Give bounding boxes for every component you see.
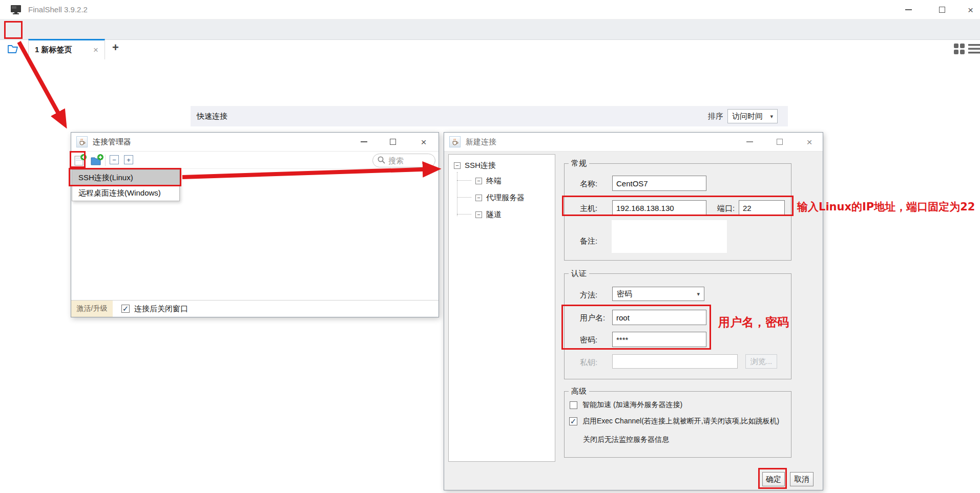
nc-close-button[interactable]: × bbox=[798, 133, 821, 151]
exec-channel-note: 关闭后无法监控服务器信息 bbox=[583, 435, 669, 444]
new-connection-icon[interactable] bbox=[74, 154, 87, 168]
port-label: 端口: bbox=[717, 204, 735, 213]
new-tab-button[interactable]: + bbox=[112, 41, 119, 54]
toolbar-separator bbox=[105, 155, 106, 166]
cancel-button[interactable]: 取消 bbox=[790, 472, 814, 486]
expand-all-icon[interactable]: + bbox=[124, 155, 133, 164]
grid-view-icon[interactable] bbox=[953, 43, 965, 56]
cm-title: 连接管理器 bbox=[93, 137, 131, 147]
connection-manager-button[interactable] bbox=[6, 42, 21, 56]
tab-close-icon[interactable]: × bbox=[93, 45, 98, 55]
close-button[interactable]: × bbox=[961, 0, 980, 19]
cm-toolbar: − + bbox=[71, 152, 439, 169]
new-connection-dialog: 新建连接 × − SSH连接 − 终端 − 代理服务器 − 隧道 常规 名称: … bbox=[444, 132, 823, 490]
new-folder-icon[interactable] bbox=[90, 154, 104, 168]
nc-title: 新建连接 bbox=[466, 137, 496, 147]
new-connection-menu: SSH连接(Linux) 远程桌面连接(Windows) bbox=[72, 169, 180, 201]
cm-close-button[interactable]: × bbox=[412, 133, 435, 151]
remark-label: 备注: bbox=[580, 237, 597, 246]
collapse-all-icon[interactable]: − bbox=[110, 155, 119, 164]
general-legend: 常规 bbox=[569, 159, 589, 168]
connection-type-tree: − SSH连接 − 终端 − 代理服务器 − 隧道 bbox=[448, 154, 555, 462]
main-titlebar: FinalShell 3.9.2.2 × bbox=[0, 0, 980, 19]
tab-new-tab[interactable]: 1 新标签页 × bbox=[28, 39, 105, 59]
menu-icon[interactable] bbox=[968, 44, 980, 56]
general-fieldset: 常规 名称: 主机: 端口: 备注: bbox=[564, 163, 791, 261]
username-label: 用户名: bbox=[580, 313, 605, 323]
activate-upgrade-button[interactable]: 激活/升级 bbox=[71, 301, 113, 317]
close-after-connect-label: 连接后关闭窗口 bbox=[134, 304, 188, 314]
tab-bar: 1 新标签页 × + bbox=[0, 19, 980, 40]
nc-maximize-button[interactable] bbox=[768, 133, 791, 151]
exec-channel-option[interactable]: ✓ 启用Exec Channel(若连接上就被断开,请关闭该项,比如跳板机) bbox=[569, 417, 779, 426]
sort-value: 访问时间 bbox=[732, 112, 763, 121]
minimize-button[interactable] bbox=[896, 0, 920, 19]
cm-titlebar: 连接管理器 × bbox=[71, 133, 439, 152]
quick-connect-bar: 快速连接 排序 访问时间 ▾ bbox=[191, 106, 788, 126]
sort-dropdown[interactable]: 访问时间 ▾ bbox=[727, 109, 778, 123]
java-icon bbox=[449, 136, 461, 147]
method-label: 方法: bbox=[580, 290, 597, 300]
nc-minimize-button[interactable] bbox=[738, 133, 761, 151]
password-field[interactable] bbox=[612, 332, 706, 347]
menu-item-rdp[interactable]: 远程桌面连接(Windows) bbox=[72, 185, 179, 201]
finalshell-app-icon bbox=[10, 5, 23, 16]
host-field[interactable] bbox=[612, 200, 706, 216]
host-label: 主机: bbox=[580, 204, 597, 213]
search-icon bbox=[378, 156, 385, 165]
search-input[interactable] bbox=[388, 156, 424, 165]
tree-item-ssh[interactable]: − SSH连接 bbox=[454, 159, 496, 172]
method-value: 密码 bbox=[617, 289, 632, 299]
search-box[interactable] bbox=[372, 154, 435, 167]
exec-channel-label: 启用Exec Channel(若连接上就被断开,请关闭该项,比如跳板机) bbox=[582, 417, 779, 426]
tree-guide bbox=[457, 197, 471, 198]
ok-button[interactable]: 确定 bbox=[762, 472, 785, 486]
username-field[interactable] bbox=[612, 310, 706, 325]
close-icon: × bbox=[806, 137, 812, 147]
collapse-icon[interactable]: − bbox=[475, 211, 482, 218]
quick-connect-title: 快速连接 bbox=[197, 112, 227, 121]
collapse-icon[interactable]: − bbox=[475, 178, 482, 184]
advanced-fieldset: 高级 智能加速 (加速海外服务器连接) ✓ 启用Exec Channel(若连接… bbox=[564, 391, 791, 458]
cm-maximize-button[interactable] bbox=[382, 133, 404, 151]
close-icon: × bbox=[421, 137, 426, 147]
smart-accel-checkbox[interactable] bbox=[570, 401, 577, 409]
browse-button[interactable]: 浏览... bbox=[745, 354, 777, 369]
smart-accel-option[interactable]: 智能加速 (加速海外服务器连接) bbox=[570, 400, 682, 410]
auth-legend: 认证 bbox=[569, 269, 589, 278]
tree-guide bbox=[457, 172, 457, 216]
port-field[interactable] bbox=[739, 200, 785, 216]
sort-label: 排序 bbox=[708, 112, 723, 121]
maximize-button[interactable] bbox=[930, 0, 954, 19]
private-key-field[interactable] bbox=[612, 354, 738, 369]
nc-titlebar: 新建连接 × bbox=[444, 133, 823, 152]
chevron-down-icon: ▾ bbox=[697, 291, 700, 297]
check-icon: ✓ bbox=[570, 417, 577, 425]
collapse-icon[interactable]: − bbox=[454, 162, 461, 169]
cm-minimize-button[interactable] bbox=[352, 133, 375, 151]
tree-guide bbox=[457, 180, 471, 181]
annotation-host-note: 输入Linux的IP地址，端口固定为22 bbox=[797, 200, 975, 214]
folder-icon bbox=[7, 44, 19, 55]
cm-footer: 激活/升级 ✓ 连接后关闭窗口 bbox=[71, 300, 439, 317]
java-icon bbox=[76, 136, 88, 147]
check-icon: ✓ bbox=[122, 305, 129, 312]
remark-field[interactable] bbox=[612, 220, 727, 253]
tree-item-tunnel[interactable]: − 隧道 bbox=[475, 208, 502, 221]
collapse-icon[interactable]: − bbox=[475, 195, 482, 201]
name-label: 名称: bbox=[580, 179, 597, 189]
tree-item-terminal[interactable]: − 终端 bbox=[475, 174, 502, 187]
menu-item-ssh[interactable]: SSH连接(Linux) bbox=[72, 170, 179, 185]
tree-guide bbox=[457, 214, 471, 215]
annotation-credentials-note: 用户名，密码 bbox=[718, 314, 789, 330]
tree-item-proxy[interactable]: − 代理服务器 bbox=[475, 191, 525, 204]
smart-accel-label: 智能加速 (加速海外服务器连接) bbox=[582, 400, 682, 410]
window-title: FinalShell 3.9.2.2 bbox=[28, 5, 88, 14]
method-select[interactable]: 密码 ▾ bbox=[612, 287, 704, 301]
close-icon: × bbox=[968, 5, 973, 15]
name-field[interactable] bbox=[612, 176, 706, 191]
exec-channel-checkbox[interactable]: ✓ bbox=[569, 417, 577, 425]
close-after-connect-checkbox[interactable]: ✓ bbox=[121, 305, 130, 313]
private-key-label: 私钥: bbox=[580, 358, 597, 368]
connection-manager-dialog: 连接管理器 × − + SSH连接(Linux) 远程桌面连接(Windows)… bbox=[71, 132, 439, 317]
